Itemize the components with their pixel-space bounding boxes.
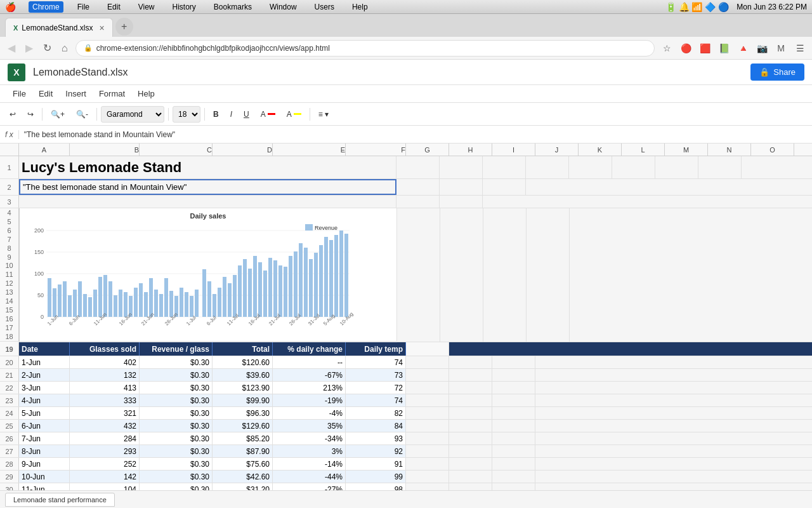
bold-btn[interactable]: B: [209, 106, 223, 123]
col-header-c[interactable]: C: [140, 144, 213, 156]
history-menu[interactable]: History: [169, 1, 200, 13]
cell-g-21[interactable]: [406, 369, 449, 381]
col-header-j[interactable]: J: [535, 144, 579, 156]
new-tab-btn[interactable]: +: [115, 18, 133, 36]
cell-h-24[interactable]: [449, 407, 492, 419]
cell-temp-24[interactable]: 82: [346, 407, 406, 419]
cell-revglass-28[interactable]: $0.30: [140, 458, 213, 470]
col-header-i[interactable]: I: [492, 144, 535, 156]
cell-revglass-20[interactable]: $0.30: [140, 356, 213, 368]
cell-j1[interactable]: [526, 156, 569, 178]
cell-h-20[interactable]: [449, 356, 492, 368]
cell-h-28[interactable]: [449, 458, 492, 470]
cell-glasses-26[interactable]: 284: [70, 432, 140, 444]
cell-k1[interactable]: [569, 156, 612, 178]
cell-j-chart[interactable]: [527, 208, 570, 342]
ext-icon5[interactable]: 📷: [755, 41, 769, 55]
cell-total-25[interactable]: $129.60: [213, 420, 273, 432]
cell-temp-26[interactable]: 93: [346, 432, 406, 444]
cell-h2[interactable]: [440, 179, 483, 195]
file-menu[interactable]: File: [74, 1, 93, 13]
redo-btn[interactable]: ↪: [23, 106, 38, 123]
cell-i-25[interactable]: [492, 420, 535, 432]
underline-btn[interactable]: U: [239, 106, 254, 123]
cell-pct-20[interactable]: --: [273, 356, 346, 368]
col-header-f[interactable]: F: [346, 144, 406, 156]
zoom-in-btn[interactable]: 🔍+: [46, 106, 69, 123]
cell-a3[interactable]: [19, 196, 396, 208]
cell-total-22[interactable]: $123.90: [213, 382, 273, 394]
view-menu[interactable]: View: [134, 1, 159, 13]
users-menu[interactable]: Users: [311, 1, 338, 13]
header-temp[interactable]: Daily temp: [346, 342, 406, 356]
cell-date-20[interactable]: 1-Jun: [19, 356, 70, 368]
cell-total-20[interactable]: $120.60: [213, 356, 273, 368]
cell-a1[interactable]: Lucy's Lemonade Stand: [19, 156, 396, 178]
cell-date-21[interactable]: 2-Jun: [19, 369, 70, 381]
cell-revglass-22[interactable]: $0.30: [140, 382, 213, 394]
cell-i-20[interactable]: [492, 356, 535, 368]
ext-icon4[interactable]: 🔺: [736, 41, 750, 55]
sheet-tab[interactable]: Lemonade stand performance: [5, 493, 115, 507]
back-btn[interactable]: ◀: [5, 41, 18, 55]
window-menu[interactable]: Window: [266, 1, 301, 13]
col-header-e[interactable]: E: [273, 144, 346, 156]
cell-g-29[interactable]: [406, 471, 449, 483]
cell-temp-23[interactable]: 74: [346, 394, 406, 406]
cell-pct-23[interactable]: -19%: [273, 394, 346, 406]
cell-h-27[interactable]: [449, 445, 492, 457]
cell-temp-20[interactable]: 74: [346, 356, 406, 368]
header-g[interactable]: [406, 342, 449, 356]
reload-btn[interactable]: ↻: [41, 41, 54, 55]
cell-total-24[interactable]: $96.30: [213, 407, 273, 419]
ss-file-menu[interactable]: File: [8, 87, 31, 100]
header-pct[interactable]: % daily change: [273, 342, 346, 356]
header-date[interactable]: Date: [19, 342, 70, 356]
cell-glasses-27[interactable]: 293: [70, 445, 140, 457]
cell-l1[interactable]: [612, 156, 655, 178]
zoom-out-btn[interactable]: 🔍-: [72, 106, 93, 123]
chrome-menu[interactable]: Chrome: [29, 1, 63, 13]
cell-g1[interactable]: [396, 156, 440, 178]
font-size-selector[interactable]: 18: [173, 106, 200, 123]
cell-g-27[interactable]: [406, 445, 449, 457]
cell-g-20[interactable]: [406, 356, 449, 368]
cell-pct-26[interactable]: -34%: [273, 432, 346, 444]
col-header-g[interactable]: G: [406, 144, 449, 156]
cell-h-26[interactable]: [449, 432, 492, 444]
cell-g3[interactable]: [396, 196, 440, 208]
cell-pct-29[interactable]: -44%: [273, 471, 346, 483]
header-glasses[interactable]: Glasses sold: [70, 342, 140, 356]
apple-menu[interactable]: 🍎: [5, 2, 16, 12]
share-button[interactable]: 🔒 Share: [750, 64, 804, 81]
col-header-l[interactable]: L: [622, 144, 665, 156]
cell-total-27[interactable]: $87.90: [213, 445, 273, 457]
cell-date-23[interactable]: 4-Jun: [19, 394, 70, 406]
cell-h-23[interactable]: [449, 394, 492, 406]
cell-revglass-25[interactable]: $0.30: [140, 420, 213, 432]
cell-h-chart[interactable]: [440, 208, 483, 342]
bookmarks-menu[interactable]: Bookmarks: [210, 1, 256, 13]
cell-a2[interactable]: "The best lemonade stand in Mountain Vie…: [19, 179, 396, 195]
font-selector[interactable]: Garamond: [101, 106, 164, 123]
cell-h1[interactable]: [440, 156, 483, 178]
cell-glasses-25[interactable]: 432: [70, 420, 140, 432]
cell-temp-29[interactable]: 99: [346, 471, 406, 483]
cell-i-24[interactable]: [492, 407, 535, 419]
cell-temp-27[interactable]: 92: [346, 445, 406, 457]
col-header-o[interactable]: O: [751, 144, 794, 156]
undo-btn[interactable]: ↩: [5, 106, 20, 123]
cell-revglass-26[interactable]: $0.30: [140, 432, 213, 444]
ext-icon2[interactable]: 🟥: [698, 41, 712, 55]
col-header-h[interactable]: H: [449, 144, 492, 156]
cell-pct-22[interactable]: 213%: [273, 382, 346, 394]
cell-glasses-29[interactable]: 142: [70, 471, 140, 483]
cell-i-29[interactable]: [492, 471, 535, 483]
cell-glasses-20[interactable]: 402: [70, 356, 140, 368]
cell-glasses-24[interactable]: 321: [70, 407, 140, 419]
ext-icon1[interactable]: 🔴: [679, 41, 693, 55]
col-header-k[interactable]: K: [579, 144, 622, 156]
star-icon[interactable]: ☆: [660, 41, 674, 55]
cell-revglass-29[interactable]: $0.30: [140, 471, 213, 483]
cell-i-23[interactable]: [492, 394, 535, 406]
